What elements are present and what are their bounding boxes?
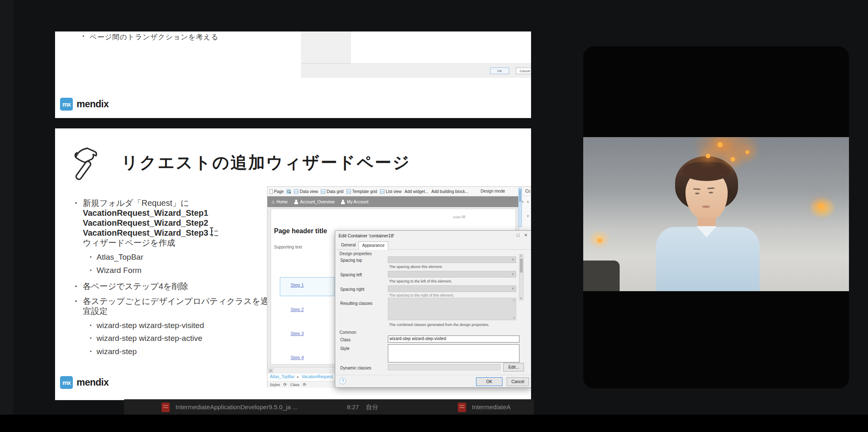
props-class[interactable]: Class [290, 383, 300, 387]
selection-box[interactable] [280, 277, 334, 296]
chevron-up-icon[interactable]: ∧ [520, 254, 522, 258]
slide-bullet-list: • 新規フォルダ「Request」に VacationRequest_Wizar… [75, 198, 273, 362]
sub-item: •wizard-step wizard-step-visited [90, 321, 273, 331]
webcam-video-frame [583, 137, 849, 291]
user-icon [294, 200, 298, 204]
spacing-right-helper-clipped: The spacing to the right of this element… [389, 293, 454, 297]
edit-button[interactable]: Edit... [503, 363, 524, 372]
mendix-logo-mark: mx [60, 376, 73, 389]
chevron-down-icon[interactable]: ∨ [527, 214, 529, 218]
close-icon[interactable]: × [524, 232, 527, 238]
step-1-link[interactable]: Step 1 [291, 282, 304, 287]
slide-top-bullet: • ページ間のトランザクションを考える [82, 32, 219, 42]
canvas-vertical-scrollbar[interactable] [518, 188, 522, 227]
bullet-item-3: • 各ステップごとにデザインプロパティクラスを適宜設定 [75, 296, 273, 316]
bullet-item-1-body: 新規フォルダ「Request」に VacationRequest_Wizard_… [83, 198, 219, 248]
spacing-left-label: Spacing left [340, 273, 362, 277]
b3-text: 各ステップごとにデザインプロパティクラスを適宜設定 [83, 296, 273, 316]
maximize-icon[interactable]: □ [517, 232, 519, 237]
spacing-left-dropdown[interactable] [388, 271, 516, 278]
edit-container-dialog: Edit Container 'container18' □ × General… [335, 230, 531, 388]
step-2-link[interactable]: Step 2 [291, 307, 304, 312]
screen-share-left-band [0, 0, 13, 432]
step-4-link[interactable]: Step 4 [291, 355, 304, 360]
props-styles[interactable]: Styles [270, 383, 280, 387]
slide-previous: • ページ間のトランザクションを考える OK Cancel mx mendix [55, 31, 531, 118]
b1-line1: 新規フォルダ「Request」に [83, 198, 219, 208]
chevron-down-icon[interactable]: ∨ [520, 297, 522, 300]
data-grid-icon [321, 189, 325, 194]
dynamic-classes-input[interactable] [388, 364, 500, 370]
bullet-icon: • [75, 298, 77, 316]
b3-sub3: wizard-step [96, 347, 137, 357]
pdf-file-icon [161, 403, 170, 412]
toolbar-more-clipped[interactable]: Co [525, 189, 530, 193]
ok-button[interactable]: OK [490, 68, 509, 74]
help-icon[interactable]: ? [339, 378, 346, 384]
breadcrumb-vacationrequest[interactable]: VacationRequest [302, 374, 333, 379]
dialog-fragment: OK Cancel [301, 31, 531, 78]
style-label: Style [340, 346, 349, 351]
ceiling-light [706, 154, 710, 158]
refresh-icon: ⟳ [284, 382, 287, 387]
scrollbar-thumb[interactable] [520, 258, 523, 273]
speaker-shirt [656, 227, 760, 291]
spacing-right-label: Spacing right [340, 287, 364, 292]
b3-sub1: wizard-step wizard-step-visited [96, 321, 204, 331]
resulting-classes-textarea[interactable]: ∧ ∨ [388, 298, 516, 320]
toolbar-design-mode[interactable]: Design mode [481, 189, 505, 193]
wall-lamp [597, 238, 602, 243]
zoom-select-icon[interactable] [286, 189, 291, 194]
text-cursor-ibeam [211, 228, 212, 235]
class-input[interactable]: wizard-step wizard-step-visited [388, 335, 519, 343]
toolbar-template-grid[interactable]: Template grid [346, 189, 377, 194]
b1-sub1: Atlas_TopBar [96, 253, 143, 262]
bullet-icon: • [82, 33, 85, 42]
ok-button[interactable]: OK [476, 377, 503, 386]
cancel-button[interactable]: Cancel [516, 68, 531, 74]
dialog-title: Edit Container 'container18' [339, 233, 394, 238]
toolbar-page[interactable]: Page [269, 189, 284, 194]
nav-my-account[interactable]: My Account [341, 200, 368, 204]
chevron-down-icon[interactable]: ∨ [527, 200, 529, 204]
cancel-button[interactable]: Cancel [507, 377, 529, 386]
shared-file-sender: 自分 [366, 403, 378, 411]
spacing-top-dropdown[interactable] [388, 256, 516, 263]
nav-account-overview[interactable]: Account_Overview [294, 200, 334, 204]
webcam-video-tile[interactable] [583, 46, 849, 389]
chevron-up-icon: ∧ [513, 299, 515, 302]
toolbar-data-view[interactable]: Data view [294, 189, 318, 194]
tab-appearance[interactable]: Appearance [358, 241, 388, 250]
step-3-link[interactable]: Step 3 [291, 331, 304, 336]
dialog-scrollbar[interactable]: ∧ ∨ [519, 254, 524, 300]
breadcrumb-atlas-topbar[interactable]: Atlas_TopBar [270, 374, 294, 379]
spacing-right-dropdown[interactable] [388, 285, 516, 292]
shared-file-name-clipped[interactable]: IntermediateA [472, 403, 510, 410]
shared-file-name[interactable]: IntermediateApplicationDeveloper9.5.0_ja… [176, 403, 298, 410]
b2-text: 各ページでステップ4を削除 [83, 281, 188, 291]
toolbar-data-grid[interactable]: Data grid [321, 189, 344, 194]
collapse-icon[interactable]: « [268, 368, 273, 373]
style-textarea[interactable] [388, 344, 519, 362]
nav-home[interactable]: ⌂Home [272, 199, 288, 204]
resulting-classes-label: Resulting classes [340, 301, 373, 306]
spacing-top-helper: The spacing above this element. [389, 265, 443, 269]
sub-item: •wizard-step wizard-step-active [90, 334, 273, 343]
class-label: Class [340, 338, 351, 342]
bullet-1-sublist: •Atlas_TopBar •Wizard Form [90, 253, 273, 275]
b1-line4: VacationRequest_Wizard_Step3 に [83, 228, 219, 238]
ceiling-light [745, 150, 749, 154]
mendix-logo-word: mendix [77, 99, 109, 110]
bullet-3-sublist: •wizard-step wizard-step-visited •wizard… [90, 321, 273, 357]
page-icon [269, 189, 273, 194]
resulting-classes-helper: The combined classes generated from the … [389, 323, 489, 327]
bullet-icon: • [90, 254, 91, 262]
section-design-properties: Design properties [339, 251, 372, 256]
toolbar-add-widget[interactable]: Add widget... [404, 189, 428, 194]
toolbar-add-building-block[interactable]: Add building block... [431, 189, 469, 194]
bullet-icon: • [90, 349, 91, 357]
tab-general[interactable]: General [338, 241, 359, 250]
speaker-eye [695, 193, 700, 194]
sub-item: •Atlas_TopBar [90, 253, 273, 262]
toolbar-list-view[interactable]: List view [380, 189, 402, 194]
